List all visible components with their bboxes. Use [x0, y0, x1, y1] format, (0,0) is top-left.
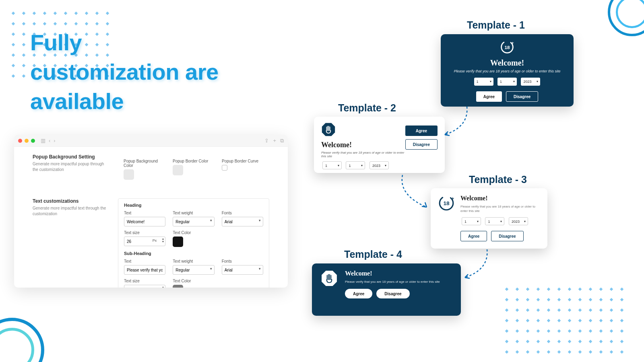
color-label: Text Color	[173, 230, 214, 235]
agree-button[interactable]: Agree	[460, 231, 487, 241]
section-title: Text customizations	[33, 198, 109, 204]
tabs-icon[interactable]: ⧉	[280, 138, 284, 144]
border-color-label: Popup Border Color	[173, 159, 215, 163]
disagree-button[interactable]: Disagree	[491, 231, 523, 241]
maximize-dot-icon[interactable]	[31, 139, 35, 143]
settings-window: ▥ ‹ › ⇪ + ⧉ Popup Background Setting Gen…	[14, 135, 288, 288]
bg-color-label: Popup Background Color	[124, 159, 165, 168]
month-select[interactable]: 1	[497, 78, 517, 86]
disagree-button[interactable]: Disagree	[405, 139, 438, 150]
svg-text:18: 18	[443, 200, 450, 206]
size-unit: Px	[153, 239, 157, 243]
subheading-section-title: Sub-Heading	[124, 251, 263, 256]
svg-text:+: +	[512, 41, 514, 45]
month-select[interactable]: 1	[346, 161, 365, 169]
heading-font-select[interactable]	[222, 217, 263, 226]
headline-line: available	[30, 87, 219, 116]
template-2-card: Welcome! Please verify that you are 18 y…	[314, 117, 445, 173]
sub-color-swatch[interactable]	[173, 285, 183, 288]
heading-text-input[interactable]	[124, 217, 165, 226]
stepper-icon[interactable]: ▴▾	[162, 237, 164, 243]
day-select[interactable]: 1	[322, 161, 342, 169]
sidebar-toggle-icon[interactable]: ▥	[41, 138, 45, 144]
stepper-icon[interactable]: ▴▾	[162, 286, 164, 288]
bg-color-swatch[interactable]	[124, 169, 134, 180]
template-2-label: Template - 2	[338, 102, 396, 114]
svg-text:18: 18	[504, 45, 510, 50]
window-titlebar: ▥ ‹ › ⇪ + ⧉	[14, 135, 288, 147]
minimize-dot-icon[interactable]	[25, 139, 29, 143]
sub-text-input[interactable]	[124, 265, 165, 275]
agree-button[interactable]: Agree	[345, 289, 372, 298]
welcome-heading: Welcome!	[449, 58, 566, 68]
agree-button[interactable]: Agree	[476, 91, 502, 102]
verify-text: Please verify that you are 18 years of a…	[345, 280, 440, 284]
headline: Fully customization are available	[30, 28, 219, 116]
age-18-icon: 18 +	[500, 40, 514, 54]
template-3-card: 18 + Welcome! Please verify that you are…	[431, 188, 547, 249]
bg-setting-panel: Popup Background Setting Generate more i…	[14, 147, 288, 196]
template-1-card: 18 + Welcome! Please verify that you are…	[441, 34, 574, 107]
heading-section-title: Heading	[124, 203, 263, 208]
arrow-1-to-2	[439, 105, 479, 141]
verify-text: Please verify that you are 18 years of a…	[460, 204, 540, 213]
template-4-label: Template - 4	[344, 249, 402, 260]
new-tab-icon[interactable]: +	[273, 138, 276, 144]
welcome-heading: Welcome!	[460, 195, 540, 202]
agree-button[interactable]: Agree	[405, 125, 438, 136]
verify-text: Please verify that you are 18 years of a…	[321, 151, 405, 158]
heading-weight-select[interactable]	[173, 217, 214, 226]
size-label: Text size	[124, 279, 165, 283]
border-curve-checkbox[interactable]	[222, 165, 227, 171]
size-unit: Px	[153, 287, 157, 288]
template-4-card: Welcome! Please verify that you are 18 y…	[312, 263, 461, 316]
section-title: Popup Background Setting	[33, 154, 109, 160]
close-dot-icon[interactable]	[18, 139, 22, 143]
window-scrollbar[interactable]	[268, 286, 270, 288]
headline-line: Fully	[30, 28, 219, 58]
weight-label: Text weight	[173, 259, 214, 263]
arrow-3-to-4	[459, 247, 499, 284]
day-select[interactable]: 1	[462, 217, 481, 225]
border-curve-label: Popup Border Curve	[222, 159, 264, 163]
template-1-label: Template - 1	[467, 19, 525, 31]
sub-weight-select[interactable]	[173, 265, 214, 275]
nav-back-icon[interactable]: ‹	[49, 138, 50, 144]
fonts-label: Fonts	[222, 259, 263, 263]
arrow-2-to-3	[390, 173, 435, 213]
section-desc: Generate more impactful popup through th…	[33, 161, 109, 173]
stop-hand-icon	[321, 122, 336, 137]
sub-font-select[interactable]	[222, 265, 263, 275]
age-18-icon: 18 +	[438, 195, 455, 212]
welcome-heading: Welcome!	[345, 270, 440, 277]
day-select[interactable]: 1	[474, 78, 493, 86]
month-select[interactable]: 1	[485, 217, 504, 225]
disagree-button[interactable]: Disagree	[376, 289, 409, 298]
welcome-heading: Welcome!	[321, 141, 405, 149]
text-label: Text	[124, 259, 165, 263]
svg-text:+: +	[452, 196, 454, 201]
weight-label: Text weight	[173, 211, 214, 215]
share-icon[interactable]: ⇪	[264, 138, 269, 144]
headline-line: customization are	[30, 58, 219, 87]
size-label: Text size	[124, 230, 165, 235]
text-customization-panel: Text customizations Generate more impact…	[14, 196, 288, 288]
disagree-button[interactable]: Disagree	[506, 91, 538, 102]
heading-color-swatch[interactable]	[173, 237, 183, 247]
year-select[interactable]: 2023	[369, 161, 389, 169]
verify-text: Please verify that you are 18 years of a…	[449, 69, 566, 73]
border-color-swatch[interactable]	[173, 165, 183, 175]
heading-size-input[interactable]	[124, 237, 165, 246]
year-select[interactable]: 2023	[509, 217, 528, 225]
template-3-label: Template - 3	[469, 174, 527, 185]
nav-forward-icon[interactable]: ›	[54, 138, 55, 144]
decor-dots-bottom-right	[506, 288, 624, 354]
color-label: Text Color	[173, 279, 214, 283]
text-label: Text	[124, 211, 165, 215]
stop-hand-icon	[321, 270, 338, 287]
fonts-label: Fonts	[222, 211, 263, 215]
section-desc: Generate more impactful text through the…	[33, 206, 109, 217]
year-select[interactable]: 2023	[521, 78, 540, 86]
sub-size-input[interactable]	[124, 285, 165, 288]
